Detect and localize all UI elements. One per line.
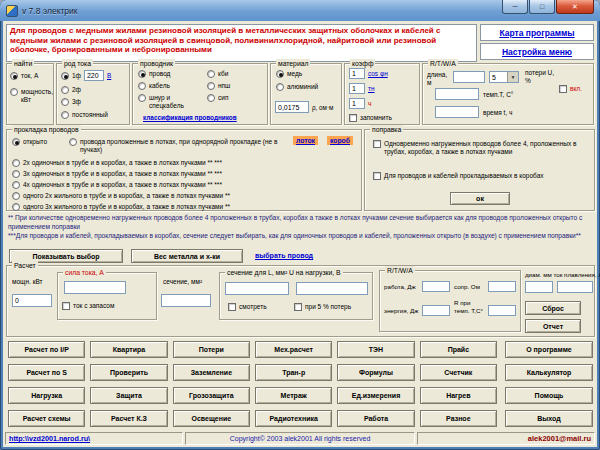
classification-link[interactable]: классификация проводников (143, 114, 237, 121)
laying-option[interactable]: 3х одиночных в трубе и в коробах, а такж… (12, 170, 357, 178)
grid-button-r1-c5[interactable]: ТЭН (337, 341, 414, 358)
find-current-option[interactable]: ток, А (10, 72, 51, 80)
wire-radio[interactable] (138, 70, 146, 78)
diameter-input[interactable] (525, 281, 553, 293)
ch-input[interactable]: 1 (349, 98, 365, 109)
grid-button-r3-c6[interactable]: Нагрев (420, 387, 497, 404)
grid-button-r2-c3[interactable]: Заземление (173, 364, 250, 381)
phase-1-radio[interactable] (61, 72, 69, 80)
aluminum-radio[interactable] (276, 83, 284, 91)
npsh-option[interactable]: нпш (207, 82, 230, 90)
cord-option[interactable]: шнур и спецкабель (138, 94, 200, 110)
phase-2-option[interactable]: 2ф (61, 86, 81, 94)
grid-button-r4-c1[interactable]: Расчет схемы (8, 410, 85, 427)
minimize-button[interactable]: ─ (502, 0, 528, 14)
phase-2-radio[interactable] (61, 86, 69, 94)
watch-checkbox[interactable] (228, 303, 236, 311)
voltage-unit-link[interactable]: В (107, 72, 111, 80)
reset-button[interactable]: Сброс (525, 301, 581, 315)
length-input[interactable] (453, 71, 485, 83)
section-input[interactable] (161, 294, 211, 307)
laying-option[interactable]: одного 2х жильного в трубе и в коробах, … (12, 192, 357, 200)
multi-load-option[interactable]: Одновременно нагруженных проводов более … (373, 140, 587, 156)
grid-button-r4-c6[interactable]: Разное (420, 410, 497, 427)
laying-radio[interactable] (12, 181, 20, 189)
grid-button-r4-c3[interactable]: Освещение (173, 410, 250, 427)
copper-radio[interactable] (276, 70, 284, 78)
duct-correction-checkbox[interactable] (373, 172, 381, 180)
grid-button-r3-c1[interactable]: Нагрузка (8, 387, 85, 404)
title-bar[interactable]: v 7.8 электрик ─ □ ✕ (0, 0, 600, 21)
phase-1-option[interactable]: 1ф 220 В (61, 70, 111, 81)
laying-option[interactable]: 2х одиночных в трубе и в коробах, а такж… (12, 159, 357, 167)
npsh-radio[interactable] (207, 82, 215, 90)
reserve-option[interactable]: ток с запасом (62, 302, 114, 310)
time-input[interactable] (435, 106, 479, 118)
grid-button-r2-c2[interactable]: Проверить (90, 364, 167, 381)
work-input[interactable] (422, 281, 450, 292)
grid-button-r3-c2[interactable]: Защита (90, 387, 167, 404)
temperature-input[interactable] (435, 88, 479, 100)
kbi-radio[interactable] (207, 70, 215, 78)
melting-input[interactable] (557, 281, 593, 293)
laying-radio[interactable] (12, 170, 20, 178)
laying-tray-option[interactable]: провода проложенные в лотках, при одноря… (69, 138, 281, 154)
u-load-input[interactable] (296, 282, 368, 295)
r-temp-input[interactable] (488, 305, 516, 316)
grid-button-r3-c4[interactable]: Метраж (255, 387, 332, 404)
about-button[interactable]: О программе (505, 341, 593, 358)
find-power-option[interactable]: мощность, кВт (10, 88, 52, 104)
laying-open-option[interactable]: открыто (12, 138, 47, 146)
laying-open-radio[interactable] (12, 138, 20, 146)
dc-option[interactable]: постоянный (61, 111, 108, 119)
wire-option[interactable]: провод (138, 70, 170, 78)
watch-option[interactable]: смотреть (228, 303, 267, 311)
phase-3-option[interactable]: 3ф (61, 98, 81, 106)
cord-radio[interactable] (138, 94, 146, 102)
cable-radio[interactable] (138, 82, 146, 90)
help-button[interactable]: Помощь (505, 387, 593, 404)
sip-radio[interactable] (207, 94, 215, 102)
phase-3-radio[interactable] (61, 98, 69, 106)
laying-radio[interactable] (12, 192, 20, 200)
laying-radio[interactable] (12, 203, 20, 211)
tray-link[interactable]: лоток (293, 136, 318, 145)
power-input[interactable]: 0 (12, 294, 52, 307)
length-unit-combo[interactable]: 5 ▼ (489, 71, 519, 83)
copper-option[interactable]: медь (276, 70, 302, 78)
cos-phi-label[interactable]: cos φн (368, 70, 388, 77)
grid-button-r4-c5[interactable]: Работа (337, 410, 414, 427)
cos-phi-input[interactable]: 1 (349, 68, 365, 79)
chevron-down-icon[interactable]: ▼ (507, 72, 518, 82)
voltage-input[interactable]: 220 (84, 70, 104, 81)
calculator-button[interactable]: Калькулятор (505, 364, 593, 381)
reserve-checkbox[interactable] (62, 302, 70, 310)
grid-button-r4-c4[interactable]: Радиотехника (255, 410, 332, 427)
grid-button-r3-c5[interactable]: Ед.измерения (337, 387, 414, 404)
ok-button[interactable]: ок (450, 192, 510, 205)
select-wire-link[interactable]: выбрать провод (255, 252, 313, 259)
remember-option[interactable]: запомнить (349, 114, 392, 122)
homepage-link[interactable]: http:\\vzd2001.narod.ru\ (9, 434, 90, 443)
laying-radio[interactable] (12, 159, 20, 167)
sip-option[interactable]: сип (207, 94, 228, 102)
grid-button-r2-c1[interactable]: Расчет по S (8, 364, 85, 381)
find-current-radio[interactable] (10, 72, 18, 80)
laying-tray-radio[interactable] (69, 138, 77, 146)
grid-button-r1-c6[interactable]: Прайс (420, 341, 497, 358)
loss5-checkbox[interactable] (294, 303, 302, 311)
exit-button[interactable]: Выход (505, 410, 593, 427)
grid-button-r2-c5[interactable]: Формулы (337, 364, 414, 381)
find-power-radio[interactable] (10, 88, 18, 96)
program-map-link[interactable]: Карта программы (499, 28, 574, 38)
remember-checkbox[interactable] (349, 114, 357, 122)
enable-checkbox[interactable] (559, 85, 567, 93)
section-l-input[interactable] (225, 282, 289, 295)
tn-input[interactable]: 1 (349, 83, 365, 94)
email-link[interactable]: alek2001@mail.ru (528, 434, 591, 443)
grid-button-r1-c1[interactable]: Расчет по I/P (8, 341, 85, 358)
resistance-input[interactable] (488, 281, 516, 292)
laying-option[interactable]: 4х одиночных в трубе и в коробах, а такж… (12, 181, 357, 189)
aluminum-option[interactable]: алюминий (276, 83, 318, 91)
resistivity-input[interactable]: 0,0175 (275, 101, 309, 113)
